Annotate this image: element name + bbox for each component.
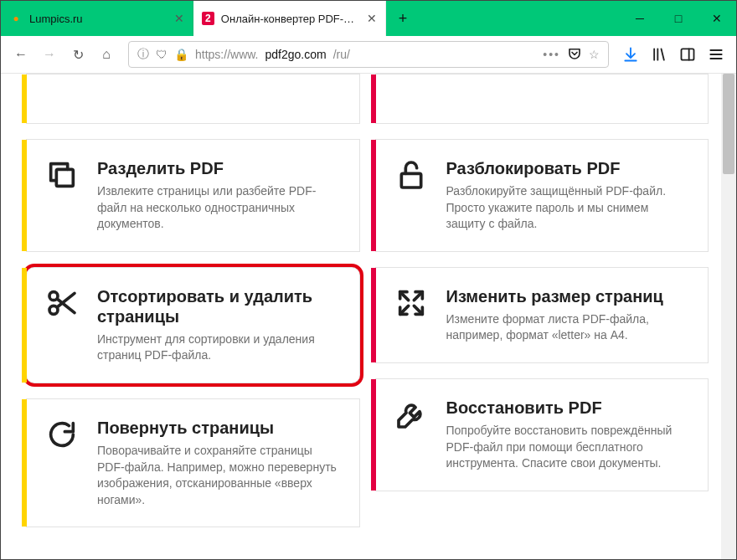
nav-toolbar: ← → ↻ ⌂ ⓘ 🛡 🔒 https://www.pdf2go.com/ru/… [1,36,736,74]
favicon-lumpics: ● [9,12,23,25]
menu-button[interactable] [703,41,729,68]
card-placeholder-left[interactable] [26,74,360,124]
card-split-pdf[interactable]: Разделить PDF Извлеките страницы или раз… [26,139,360,252]
close-window-button[interactable]: ✕ [698,1,736,36]
scrollbar-track[interactable] [721,74,736,559]
card-title: Повернуть страницы [97,418,341,438]
card-desc: Поворачивайте и сохраняйте страницы PDF-… [97,443,341,508]
library-button[interactable] [646,41,673,68]
tab-title: Lumpics.ru [29,13,83,25]
maximize-button[interactable]: □ [659,1,698,36]
pocket-icon[interactable] [567,46,582,64]
address-bar[interactable]: ⓘ 🛡 🔒 https://www.pdf2go.com/ru/ ••• ☆ [128,41,609,68]
back-button[interactable]: ← [8,41,34,68]
close-icon[interactable]: ✕ [174,12,184,25]
expand-icon [391,286,431,326]
meatballs-icon[interactable]: ••• [543,48,560,61]
card-title: Восстановить PDF [446,398,690,418]
info-icon[interactable]: ⓘ [137,47,149,62]
card-desc: Попробуйте восстановить повреждённый PDF… [446,423,690,472]
close-icon[interactable]: ✕ [367,12,377,25]
card-title: Изменить размер страниц [446,286,690,306]
card-title: Разблокировать PDF [446,158,690,178]
copy-icon [42,158,82,198]
shield-icon[interactable]: 🛡 [156,48,168,61]
card-sort-delete-pages[interactable]: Отсортировать и удалить страницы Инструм… [26,267,360,383]
scrollbar-thumb[interactable] [723,74,734,174]
tab-pdf2go[interactable]: 2 Онлайн-конвертер PDF-файл ✕ [193,1,386,36]
left-column: Разделить PDF Извлеките страницы или раз… [26,74,360,527]
unlock-icon [391,158,431,198]
titlebar: ● Lumpics.ru ✕ 2 Онлайн-конвертер PDF-фа… [1,1,736,36]
reload-button[interactable]: ↻ [64,41,91,68]
url-prefix: https://www. [195,48,258,61]
home-button[interactable]: ⌂ [93,41,120,68]
tab-lumpics[interactable]: ● Lumpics.ru ✕ [1,1,193,36]
forward-button[interactable]: → [36,41,63,68]
card-placeholder-right[interactable] [375,74,709,124]
svg-rect-0 [682,49,694,59]
svg-rect-1 [56,169,73,186]
card-desc: Разблокируйте защищённый PDF-файл. Прост… [446,183,690,233]
window-controls: ─ □ ✕ [621,1,736,36]
tab-title: Онлайн-конвертер PDF-файл [221,13,360,25]
minimize-button[interactable]: ─ [621,1,659,36]
url-path: /ru/ [333,48,350,61]
lock-icon: 🔒 [174,48,188,61]
card-unlock-pdf[interactable]: Разблокировать PDF Разблокируйте защищён… [375,139,709,252]
right-column: Разблокировать PDF Разблокируйте защищён… [375,74,709,527]
new-tab-button[interactable]: + [386,1,420,36]
card-desc: Извлеките страницы или разбейте PDF-файл… [97,183,341,233]
card-desc: Измените формат листа PDF-файла, наприме… [446,311,690,344]
wrench-icon [391,398,431,438]
sidebar-button[interactable] [674,41,701,68]
svg-rect-4 [401,173,420,188]
rotate-icon [42,418,82,458]
card-title: Отсортировать и удалить страницы [97,286,341,326]
card-title: Разделить PDF [97,158,341,178]
card-repair-pdf[interactable]: Восстановить PDF Попробуйте восстановить… [375,378,709,491]
card-rotate-pages[interactable]: Повернуть страницы Поворачивайте и сохра… [26,398,360,527]
card-resize-pages[interactable]: Изменить размер страниц Измените формат … [375,267,709,363]
scissors-icon [42,286,82,326]
downloads-button[interactable] [617,41,644,68]
page-content: Разделить PDF Извлеките страницы или раз… [1,74,736,559]
url-host: pdf2go.com [265,48,326,61]
card-desc: Инструмент для сортировки и удаления стр… [97,331,341,364]
star-icon[interactable]: ☆ [589,48,600,61]
favicon-pdf2go: 2 [202,12,214,25]
